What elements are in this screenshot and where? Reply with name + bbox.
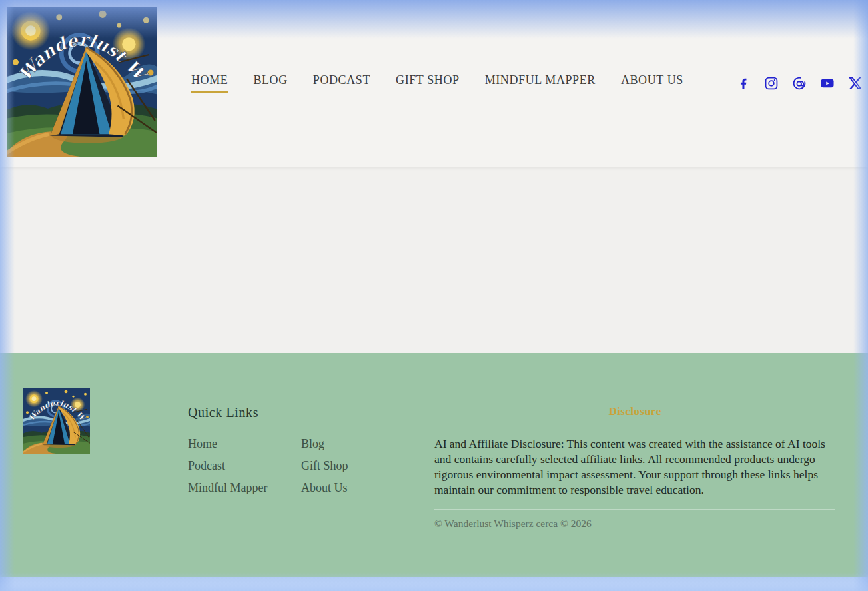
x-twitter-link[interactable] [848, 76, 863, 91]
starry-tent-logo-image-small [23, 388, 90, 454]
disclosure-text: AI and Affiliate Disclosure: This conten… [434, 436, 835, 498]
social-links [736, 76, 863, 91]
instagram-icon [764, 76, 779, 91]
quick-links-title: Quick Links [188, 405, 348, 420]
instagram-link[interactable] [764, 76, 779, 91]
site-header: HOME BLOG PODCAST GIFT SHOP MINDFUL MAPP… [0, 0, 868, 167]
bottom-blue-strip [0, 577, 868, 591]
x-twitter-icon [848, 76, 863, 91]
nav-item-home[interactable]: HOME [191, 73, 228, 93]
footer-link-blog[interactable]: Blog [301, 437, 348, 451]
nav-item-mindful-mapper[interactable]: MINDFUL MAPPER [485, 73, 596, 93]
footer-link-home[interactable]: Home [188, 437, 301, 451]
site-logo[interactable] [7, 7, 157, 157]
facebook-icon [736, 76, 751, 91]
disclosure-title: Disclosure [434, 405, 835, 418]
copyright-text: © Wanderlust Whisperz cerca © 2026 [434, 518, 835, 530]
threads-icon [792, 76, 807, 91]
site-footer: Quick Links Home Blog Podcast Gift Shop … [0, 353, 868, 577]
youtube-icon [820, 76, 835, 91]
footer-link-gift-shop[interactable]: Gift Shop [301, 459, 348, 473]
starry-tent-logo-image [7, 7, 157, 157]
quick-links-grid: Home Blog Podcast Gift Shop Mindful Mapp… [188, 437, 348, 495]
nav-item-about-us[interactable]: ABOUT US [621, 73, 683, 93]
footer-link-about-us[interactable]: About Us [301, 481, 348, 495]
footer-logo[interactable] [23, 388, 90, 454]
threads-link[interactable] [792, 76, 807, 91]
footer-disclosure: Disclosure AI and Affiliate Disclosure: … [434, 405, 835, 530]
main-content-empty [0, 167, 868, 353]
footer-quick-links: Quick Links Home Blog Podcast Gift Shop … [188, 405, 348, 495]
page: HOME BLOG PODCAST GIFT SHOP MINDFUL MAPP… [0, 0, 868, 591]
footer-divider [434, 509, 835, 510]
nav-item-blog[interactable]: BLOG [253, 73, 287, 93]
youtube-link[interactable] [820, 76, 835, 91]
facebook-link[interactable] [736, 76, 751, 91]
main-nav: HOME BLOG PODCAST GIFT SHOP MINDFUL MAPP… [191, 73, 683, 93]
nav-item-podcast[interactable]: PODCAST [313, 73, 370, 93]
footer-link-podcast[interactable]: Podcast [188, 459, 301, 473]
nav-item-gift-shop[interactable]: GIFT SHOP [396, 73, 460, 93]
footer-link-mindful-mapper[interactable]: Mindful Mapper [188, 481, 301, 495]
